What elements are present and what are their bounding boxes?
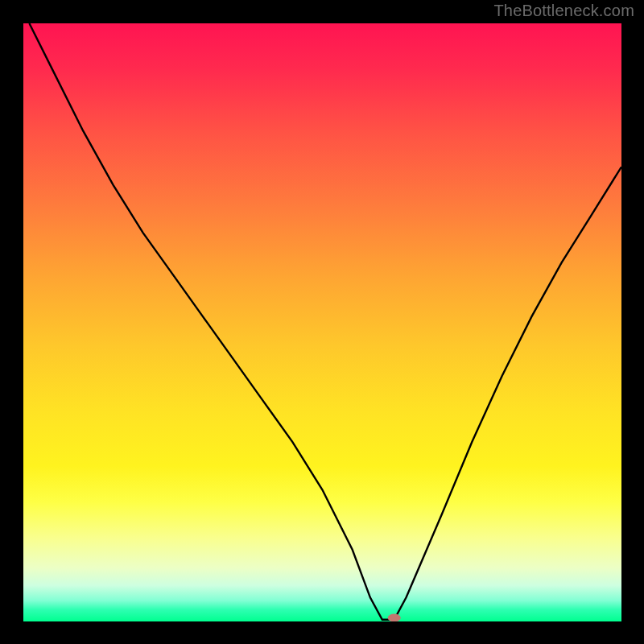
- bottleneck-curve: [29, 23, 621, 620]
- optimal-marker: [388, 614, 401, 622]
- plot-area: [23, 23, 621, 621]
- watermark-text: TheBottleneck.com: [493, 2, 634, 20]
- chart-frame: TheBottleneck.com: [0, 0, 644, 644]
- curve-overlay: [23, 23, 621, 621]
